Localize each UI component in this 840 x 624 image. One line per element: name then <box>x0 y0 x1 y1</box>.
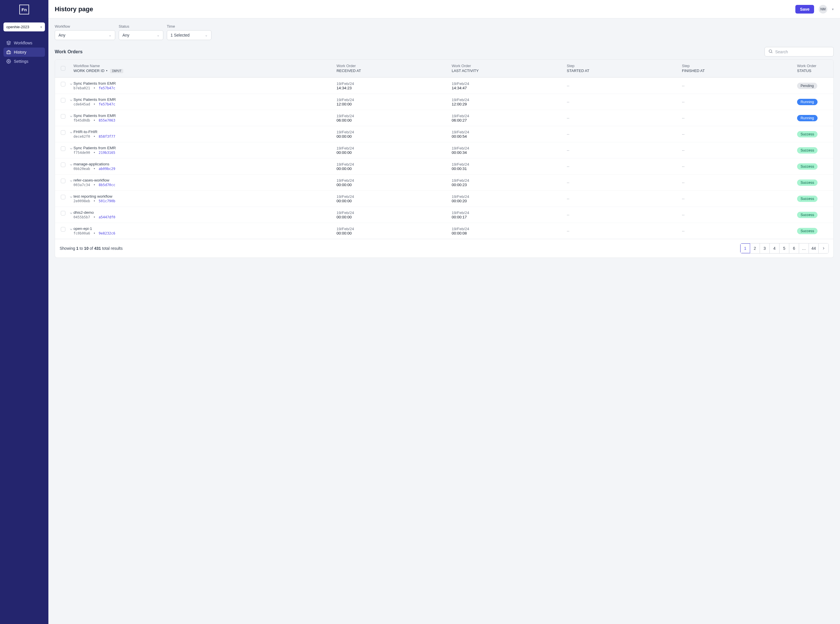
select-all-checkbox[interactable] <box>61 66 65 71</box>
expand-row-toggle[interactable] <box>68 163 75 167</box>
status-badge: Success <box>797 179 818 186</box>
results-summary: Showing 1 to 10 of 431 total results <box>60 246 123 251</box>
work-order-hash-link[interactable]: fe57b47c <box>99 86 116 90</box>
expand-row-toggle[interactable] <box>68 211 75 215</box>
filter-bar: Workflow Any ⌄ Status Any ⌄ Time <box>55 24 834 40</box>
step-started: -- <box>567 164 570 168</box>
received-time: 00:00:00 <box>337 199 452 203</box>
search-box[interactable] <box>764 47 834 56</box>
expand-row-toggle[interactable] <box>68 147 75 151</box>
expand-row-toggle[interactable] <box>68 179 75 183</box>
expand-row-toggle[interactable] <box>68 82 75 86</box>
activity-time: 00:00:08 <box>452 231 567 235</box>
page-ellipsis: … <box>799 243 809 253</box>
project-selector[interactable]: openhie-2023 ▾ <box>3 22 45 31</box>
chevron-down-icon[interactable]: ▾ <box>832 7 834 11</box>
activity-time: 14:34:47 <box>452 86 567 90</box>
step-started: -- <box>567 196 570 201</box>
col-header-started-l1: Step <box>567 64 682 68</box>
work-order-hash-link[interactable]: 9e8232c6 <box>99 231 116 235</box>
page-button[interactable]: 2 <box>750 243 760 253</box>
work-order-hash-link[interactable]: ab09bc29 <box>99 167 116 171</box>
page-button[interactable]: 44 <box>809 243 819 253</box>
pagination: 123456…44 <box>740 243 829 253</box>
save-button[interactable]: Save <box>795 5 814 14</box>
received-date: 19/Feb/24 <box>337 162 452 167</box>
row-checkbox[interactable] <box>61 179 65 183</box>
app-logo: Fn <box>19 5 29 14</box>
expand-row-toggle[interactable] <box>68 227 75 231</box>
sidebar-item-history[interactable]: History <box>3 48 45 57</box>
expand-row-toggle[interactable] <box>68 195 75 199</box>
workflow-name: dhis2-demo <box>73 210 337 215</box>
page-button[interactable]: 6 <box>789 243 799 253</box>
work-order-hash-link[interactable]: 219b3165 <box>99 151 116 155</box>
workflow-name: FHIR-to-FHIR <box>73 130 337 134</box>
filter-value: 1 Selected <box>171 33 190 37</box>
row-checkbox[interactable] <box>61 227 65 232</box>
sidebar-item-workflows[interactable]: Workflows <box>3 38 45 48</box>
received-date: 19/Feb/24 <box>337 146 452 150</box>
filter-select-status[interactable]: Any ⌄ <box>119 30 163 40</box>
work-order-hash-link[interactable]: a5447df0 <box>99 215 116 219</box>
user-avatar[interactable]: NM <box>819 5 827 14</box>
filter-select-time[interactable]: 1 Selected ⌄ <box>167 30 212 40</box>
work-order-hash-link[interactable]: 855e7063 <box>99 118 116 122</box>
row-checkbox[interactable] <box>61 82 65 86</box>
activity-time: 00:00:31 <box>452 167 567 171</box>
page-next-button[interactable] <box>819 243 828 253</box>
work-order-id: dece62f0 <box>73 134 90 139</box>
col-header-workflow-name: Workflow Name <box>73 64 337 68</box>
sidebar-item-label: Workflows <box>14 41 32 45</box>
col-header-received-l1: Work Order <box>337 64 452 68</box>
row-checkbox[interactable] <box>61 114 65 119</box>
project-selected-label: openhie-2023 <box>6 25 29 29</box>
page-button[interactable]: 3 <box>760 243 770 253</box>
expand-row-toggle[interactable] <box>68 114 75 118</box>
received-time: 00:00:00 <box>337 150 452 155</box>
filter-select-workflow[interactable]: Any ⌄ <box>55 30 115 40</box>
work-order-hash-link[interactable]: 501c790b <box>99 199 116 203</box>
step-finished: -- <box>682 132 684 136</box>
step-started: -- <box>567 83 570 88</box>
svg-point-2 <box>8 61 9 62</box>
page-button[interactable]: 5 <box>780 243 789 253</box>
activity-time: 00:00:54 <box>452 134 567 139</box>
expand-row-toggle[interactable] <box>68 98 75 102</box>
row-checkbox[interactable] <box>61 211 65 215</box>
activity-time: 00:00:23 <box>452 183 567 187</box>
filter-label-time: Time <box>167 24 212 29</box>
page-button[interactable]: 1 <box>740 243 750 253</box>
col-header-status-l2: STATUS <box>797 69 829 73</box>
chevron-down-icon: ⌄ <box>109 33 111 37</box>
activity-date: 19/Feb/24 <box>452 227 567 231</box>
expand-row-toggle[interactable] <box>68 131 75 134</box>
activity-date: 19/Feb/24 <box>452 211 567 215</box>
table-row: refer-cases-workflow 003a7c34 • 8b5d70cc… <box>55 174 833 190</box>
row-checkbox[interactable] <box>61 195 65 199</box>
filter-label-status: Status <box>119 24 163 29</box>
activity-date: 19/Feb/24 <box>452 178 567 183</box>
work-order-id: b7eba021 <box>73 86 90 90</box>
step-finished: -- <box>682 148 684 152</box>
activity-date: 19/Feb/24 <box>452 130 567 134</box>
briefcase-icon <box>6 50 11 54</box>
chevron-down-icon: ⌄ <box>205 33 208 37</box>
activity-time: 00:00:34 <box>452 150 567 155</box>
page-button[interactable]: 4 <box>770 243 780 253</box>
search-input[interactable] <box>775 49 830 54</box>
step-started: -- <box>567 180 570 185</box>
activity-date: 19/Feb/24 <box>452 146 567 150</box>
svg-point-3 <box>769 50 772 53</box>
row-checkbox[interactable] <box>61 130 65 135</box>
row-checkbox[interactable] <box>61 98 65 103</box>
step-started: -- <box>567 132 570 136</box>
row-checkbox[interactable] <box>61 146 65 151</box>
work-order-hash-link[interactable]: 858f3f77 <box>99 134 116 139</box>
work-order-hash-link[interactable]: 8b5d70cc <box>99 183 116 187</box>
step-started: -- <box>567 229 570 233</box>
work-order-hash-link[interactable]: fe57b47c <box>99 102 116 106</box>
status-badge: Running <box>797 115 818 121</box>
sidebar-item-settings[interactable]: Settings <box>3 57 45 66</box>
row-checkbox[interactable] <box>61 162 65 167</box>
